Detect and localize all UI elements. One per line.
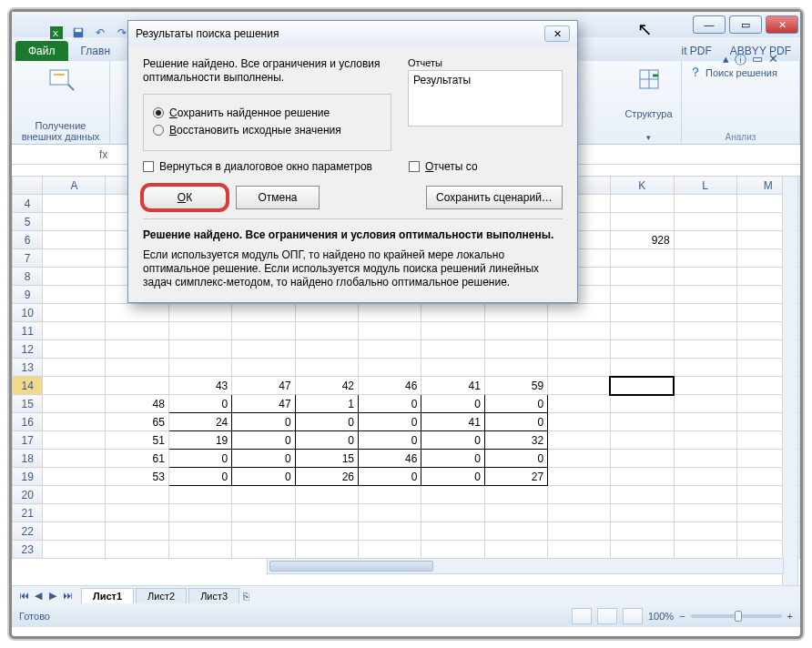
structure-icon — [634, 65, 664, 94]
checkbox-reports-label: Отчеты со — [425, 160, 478, 173]
ok-button[interactable]: ОК — [143, 186, 227, 209]
reports-item[interactable]: Результаты — [413, 74, 557, 86]
checkbox-return-label: Вернуться в диалоговое окно параметров — [159, 160, 372, 173]
window-restore-icon[interactable]: ▭ — [752, 52, 763, 68]
dialog-titlebar[interactable]: Результаты поиска решения ✕ — [128, 21, 577, 46]
scrollbar-h-thumb[interactable] — [269, 561, 433, 572]
sheet-nav-next[interactable]: ▶ — [46, 590, 59, 602]
window-close-icon[interactable]: ✕ — [768, 52, 778, 68]
sheet-nav-first[interactable]: ⏮ — [17, 590, 30, 602]
zoom-out-button[interactable]: − — [679, 611, 685, 622]
checkbox-icon — [143, 161, 154, 172]
svg-rect-4 — [50, 70, 68, 85]
dialog-explanation: Если используется модуль ОПГ, то найдено… — [143, 248, 563, 289]
dialog-title: Результаты поиска решения — [136, 27, 279, 40]
ribbon-group-analysis: ？ Поиск решения Анализ — [682, 61, 800, 144]
dialog-message: Решение найдено. Все ограничения и услов… — [143, 57, 391, 85]
checkbox-reports[interactable]: Отчеты со — [409, 160, 478, 173]
dialog-radio-group: Сохранить найденное решение Восстановить… — [143, 94, 391, 151]
zoom-slider[interactable] — [691, 614, 782, 618]
view-pagebreak-button[interactable] — [623, 608, 643, 624]
radio-icon — [153, 107, 164, 118]
reports-listbox[interactable]: Результаты — [408, 70, 563, 127]
radio-keep-solution[interactable]: Сохранить найденное решение — [153, 106, 381, 119]
ribbon-tab-itpdf[interactable]: it PDF — [673, 41, 721, 61]
checkbox-return-dialog[interactable]: Вернуться в диалоговое окно параметров — [143, 160, 372, 173]
minimize-ribbon-icon[interactable]: ▴ — [723, 52, 729, 68]
ribbon-group-structure[interactable]: Структура ▾ — [616, 61, 682, 144]
close-button[interactable]: ✕ — [766, 15, 798, 34]
scrollbar-vertical[interactable] — [782, 176, 798, 587]
solver-label: Поиск решения — [705, 67, 777, 78]
radio-restore-values[interactable]: Восстановить исходные значения — [153, 124, 381, 137]
sheet-nav-prev[interactable]: ◀ — [32, 590, 45, 602]
structure-label: Структура — [624, 108, 672, 119]
radio-icon — [153, 125, 164, 136]
svg-rect-3 — [76, 29, 82, 33]
zoom-in-button[interactable]: + — [787, 611, 793, 622]
reports-label: Отчеты — [408, 57, 563, 68]
zoom-label: 100% — [648, 611, 674, 622]
save-scenario-button[interactable]: Сохранить сценарий… — [426, 186, 563, 209]
ribbon-group-getdata[interactable]: Получение внешних данных — [12, 61, 110, 144]
solver-results-dialog: Результаты поиска решения ✕ Решение найд… — [127, 20, 578, 303]
maximize-button[interactable]: ▭ — [729, 15, 762, 34]
excel-icon: X — [48, 25, 65, 41]
new-sheet-icon[interactable]: ⎘ — [243, 591, 249, 602]
getdata-icon — [46, 65, 76, 94]
structure-dropdown-icon[interactable]: ▾ — [646, 133, 651, 142]
zoom-thumb[interactable] — [735, 611, 742, 622]
view-normal-button[interactable] — [572, 608, 592, 624]
analysis-groupname: Анализ — [726, 132, 756, 142]
fx-icon[interactable]: fx — [94, 148, 113, 161]
svg-rect-5 — [54, 74, 65, 76]
sheet-tab-2[interactable]: Лист2 — [136, 588, 187, 603]
minimize-button[interactable]: — — [693, 15, 726, 34]
save-icon[interactable] — [70, 25, 86, 41]
sheet-tab-1[interactable]: Лист1 — [81, 588, 134, 603]
file-tab[interactable]: Файл — [15, 41, 68, 61]
getdata-label: Получение внешних данных — [22, 120, 100, 142]
sheet-tab-3[interactable]: Лист3 — [188, 588, 239, 603]
solver-icon: ？ — [689, 65, 702, 81]
ribbon-tab-home[interactable]: Главн — [72, 41, 120, 61]
undo-icon[interactable]: ↶ — [92, 25, 108, 41]
radio-keep-label: Сохранить найденное решение — [169, 106, 330, 119]
sheet-nav-last[interactable]: ⏭ — [61, 590, 74, 602]
svg-text:X: X — [53, 28, 59, 38]
scrollbar-horizontal[interactable] — [267, 558, 784, 574]
sheet-tabs: ⏮ ◀ ▶ ⏭ Лист1 Лист2 Лист3 ⎘ — [12, 585, 800, 605]
dialog-bold-line: Решение найдено. Все ограничения и услов… — [143, 228, 563, 241]
sheet-nav: ⏮ ◀ ▶ ⏭ — [12, 590, 79, 602]
help-icon[interactable]: ⓘ — [735, 52, 746, 68]
window-controls: — ▭ ✕ — [691, 15, 800, 34]
radio-restore-label: Восстановить исходные значения — [169, 124, 341, 137]
cancel-button[interactable]: Отмена — [236, 186, 320, 209]
checkbox-icon — [409, 161, 420, 172]
dialog-close-button[interactable]: ✕ — [544, 25, 570, 42]
status-bar: Готово 100% − + — [12, 605, 800, 627]
help-icons: ▴ ⓘ ▭ ✕ — [723, 52, 778, 68]
view-layout-button[interactable] — [597, 608, 617, 624]
status-ready: Готово — [19, 611, 50, 622]
